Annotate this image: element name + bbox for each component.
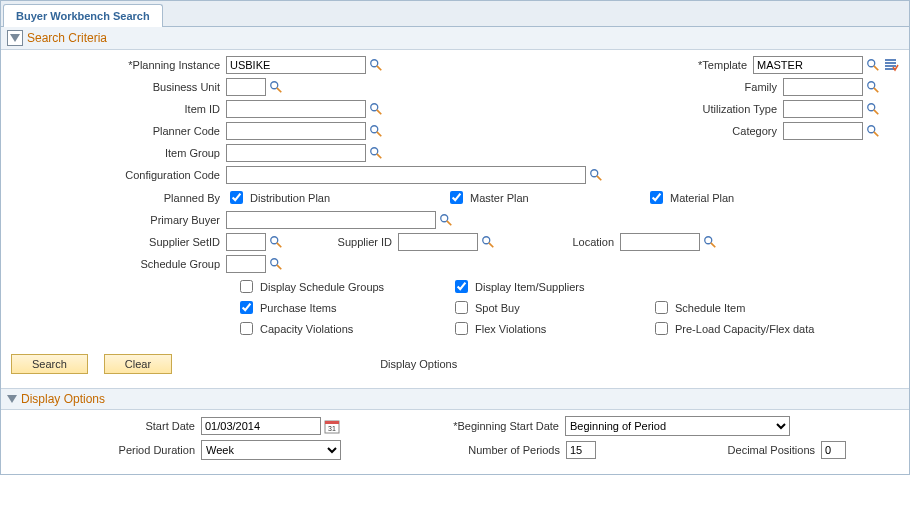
section-display-options-header[interactable]: Display Options (1, 388, 909, 410)
material-plan-checkbox[interactable]: Material Plan (646, 188, 846, 207)
supplier-setid-label: Supplier SetID (11, 236, 226, 248)
calendar-icon[interactable] (324, 418, 340, 434)
preload-capacity-flex-checkbox[interactable]: Pre-Load Capacity/Flex data (651, 319, 881, 338)
lookup-icon[interactable] (369, 58, 383, 72)
beginning-start-date-label: *Beginning Start Date (340, 420, 565, 432)
lookup-icon[interactable] (866, 58, 880, 72)
supplier-setid-input[interactable] (226, 233, 266, 251)
category-label: Category (653, 125, 783, 137)
lookup-icon[interactable] (269, 80, 283, 94)
lookup-icon[interactable] (269, 257, 283, 271)
search-criteria-panel: *Planning Instance *Template Business Un… (1, 50, 909, 350)
purchase-items-checkbox[interactable]: Purchase Items (236, 298, 451, 317)
item-group-label: Item Group (11, 147, 226, 159)
lookup-icon[interactable] (439, 213, 453, 227)
business-unit-label: Business Unit (11, 81, 226, 93)
search-button[interactable]: Search (11, 354, 88, 374)
location-input[interactable] (620, 233, 700, 251)
lookup-icon[interactable] (269, 235, 283, 249)
planned-by-label: Planned By (11, 192, 226, 204)
display-item-suppliers-checkbox[interactable]: Display Item/Suppliers (451, 277, 651, 296)
supplier-id-input[interactable] (398, 233, 478, 251)
capacity-violations-label: Capacity Violations (260, 323, 353, 335)
category-input[interactable] (783, 122, 863, 140)
configuration-code-label: Configuration Code (11, 169, 226, 181)
action-row: Search Clear Display Options (1, 350, 909, 382)
lookup-icon[interactable] (866, 124, 880, 138)
number-of-periods-input[interactable] (566, 441, 596, 459)
master-plan-checkbox[interactable]: Master Plan (446, 188, 646, 207)
lookup-icon[interactable] (369, 146, 383, 160)
item-id-label: Item ID (11, 103, 226, 115)
display-item-suppliers-label: Display Item/Suppliers (475, 281, 584, 293)
display-schedule-groups-label: Display Schedule Groups (260, 281, 384, 293)
utilization-type-label: Utilization Type (653, 103, 783, 115)
configuration-code-input[interactable] (226, 166, 586, 184)
lookup-icon[interactable] (703, 235, 717, 249)
start-date-input[interactable] (201, 417, 321, 435)
spot-buy-label: Spot Buy (475, 302, 520, 314)
section-title-search-criteria: Search Criteria (27, 31, 107, 45)
material-plan-label: Material Plan (670, 192, 734, 204)
preload-capacity-flex-label: Pre-Load Capacity/Flex data (675, 323, 814, 335)
tab-bar: Buyer Workbench Search (1, 1, 909, 27)
schedule-item-label: Schedule Item (675, 302, 745, 314)
schedule-item-checkbox[interactable]: Schedule Item (651, 298, 881, 317)
lookup-icon[interactable] (866, 102, 880, 116)
planner-code-input[interactable] (226, 122, 366, 140)
collapse-toggle-icon[interactable] (7, 395, 17, 403)
item-id-input[interactable] (226, 100, 366, 118)
template-input[interactable] (753, 56, 863, 74)
lookup-icon[interactable] (481, 235, 495, 249)
decimal-positions-input[interactable] (821, 441, 846, 459)
schedule-group-input[interactable] (226, 255, 266, 273)
distribution-plan-label: Distribution Plan (250, 192, 330, 204)
lookup-icon[interactable] (866, 80, 880, 94)
period-duration-label: Period Duration (11, 444, 201, 456)
lookup-icon[interactable] (369, 124, 383, 138)
family-label: Family (653, 81, 783, 93)
distribution-plan-checkbox[interactable]: Distribution Plan (226, 188, 446, 207)
collapse-toggle-icon[interactable] (7, 30, 23, 46)
primary-buyer-input[interactable] (226, 211, 436, 229)
planning-instance-label: *Planning Instance (11, 59, 226, 71)
period-duration-select[interactable]: Week (201, 440, 341, 460)
planning-instance-input[interactable] (226, 56, 366, 74)
section-title-display-options: Display Options (21, 392, 105, 406)
flex-violations-label: Flex Violations (475, 323, 546, 335)
primary-buyer-label: Primary Buyer (11, 214, 226, 226)
section-search-criteria-header[interactable]: Search Criteria (1, 27, 909, 50)
display-options-link[interactable]: Display Options (380, 358, 457, 370)
purchase-items-label: Purchase Items (260, 302, 336, 314)
utilization-type-input[interactable] (783, 100, 863, 118)
clear-button[interactable]: Clear (104, 354, 172, 374)
decimal-positions-label: Decimal Positions (596, 444, 821, 456)
spot-buy-checkbox[interactable]: Spot Buy (451, 298, 651, 317)
display-schedule-groups-checkbox[interactable]: Display Schedule Groups (236, 277, 451, 296)
planner-code-label: Planner Code (11, 125, 226, 137)
capacity-violations-checkbox[interactable]: Capacity Violations (236, 319, 451, 338)
lookup-icon[interactable] (589, 168, 603, 182)
family-input[interactable] (783, 78, 863, 96)
tab-buyer-workbench-search[interactable]: Buyer Workbench Search (3, 4, 163, 27)
template-label: *Template (623, 59, 753, 71)
supplier-id-label: Supplier ID (283, 236, 398, 248)
list-options-icon[interactable] (883, 57, 899, 73)
master-plan-label: Master Plan (470, 192, 529, 204)
business-unit-input[interactable] (226, 78, 266, 96)
lookup-icon[interactable] (369, 102, 383, 116)
flex-violations-checkbox[interactable]: Flex Violations (451, 319, 651, 338)
start-date-label: Start Date (11, 420, 201, 432)
schedule-group-label: Schedule Group (11, 258, 226, 270)
beginning-start-date-select[interactable]: Beginning of Period (565, 416, 790, 436)
display-options-panel: Start Date *Beginning Start Date Beginni… (1, 410, 909, 474)
location-label: Location (495, 236, 620, 248)
number-of-periods-label: Number of Periods (341, 444, 566, 456)
item-group-input[interactable] (226, 144, 366, 162)
